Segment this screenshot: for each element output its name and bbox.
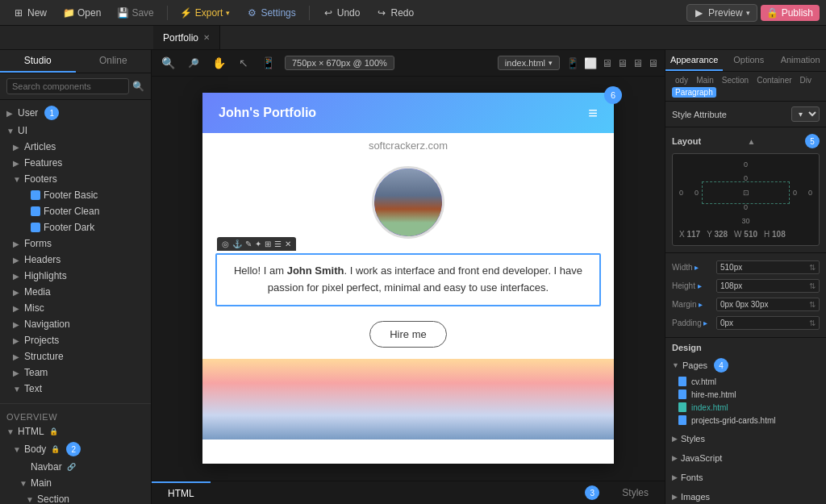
- zoom-out-icon[interactable]: 🔎: [185, 56, 202, 70]
- arrow-icon: ▶: [6, 109, 15, 118]
- select-icon[interactable]: ↖: [236, 55, 252, 71]
- selected-paragraph-box[interactable]: ◎ ⚓ ✎ ✦ ⊞ ☰ ✕ Hello! I am John Smith. I …: [215, 253, 601, 306]
- height-value[interactable]: 108px ⇅: [716, 279, 820, 293]
- file-projects[interactable]: projects-grid-cards.html: [672, 414, 820, 427]
- bc-body[interactable]: ody: [672, 75, 691, 85]
- search-box: 🔍: [0, 73, 151, 100]
- tab-close-icon[interactable]: ✕: [203, 33, 210, 42]
- desktop-lg-icon[interactable]: 🖥: [632, 57, 643, 69]
- hire-me-button[interactable]: Hire me: [369, 321, 447, 348]
- tree-item-footer-dark[interactable]: Footer Dark: [0, 219, 151, 235]
- search-input[interactable]: [6, 78, 129, 94]
- new-icon: ⊞: [13, 7, 24, 19]
- width-value[interactable]: 510px ⇅: [716, 260, 820, 274]
- redo-button[interactable]: ↪ Redo: [369, 5, 420, 21]
- tablet-icon[interactable]: ⬜: [584, 57, 597, 69]
- main-layout: Studio Online 🔍 ▶ User 1 ▼ UI ▶: [0, 50, 826, 504]
- tool-menu[interactable]: ☰: [274, 240, 282, 248]
- right-tab-options[interactable]: Options: [723, 50, 774, 71]
- settings-button[interactable]: ⚙ Settings: [240, 5, 302, 21]
- portfolio-navbar: John's Portfolio ≡: [202, 93, 614, 133]
- file-display[interactable]: index.html ▾: [498, 56, 560, 70]
- images-group-header[interactable]: ▶ Images: [672, 489, 820, 504]
- tree-item-forms[interactable]: ▶ Forms: [0, 235, 151, 252]
- pan-icon[interactable]: ✋: [209, 55, 229, 71]
- export-button[interactable]: ⚡ Export ▾: [174, 5, 237, 21]
- file-hire-me[interactable]: hire-me.html: [672, 388, 820, 401]
- bc-container[interactable]: Container: [753, 75, 795, 85]
- right-tab-animation[interactable]: Animation: [774, 50, 826, 71]
- tab-portfolio[interactable]: Portfolio ✕: [153, 26, 220, 49]
- bc-section[interactable]: Section: [719, 75, 752, 85]
- javascript-group-header[interactable]: ▶ JavaScript: [672, 451, 820, 465]
- tree-item-footers[interactable]: ▼ Footers: [0, 171, 151, 187]
- undo-button[interactable]: ↩ Undo: [316, 5, 367, 21]
- desktop-md-icon[interactable]: 🖥: [617, 57, 628, 69]
- bc-paragraph[interactable]: Paragraph: [672, 87, 716, 98]
- fonts-group-header[interactable]: ▶ Fonts: [672, 470, 820, 485]
- tree-item-misc[interactable]: ▶ Misc: [0, 300, 151, 316]
- tree-item-footer-clean[interactable]: Footer Clean: [0, 203, 151, 219]
- dom-section[interactable]: ▼ Section: [0, 491, 151, 504]
- tree-item-highlights[interactable]: ▶ Highlights: [0, 268, 151, 284]
- js-arrow: ▶: [672, 454, 678, 462]
- tool-anchor[interactable]: ⚓: [232, 240, 242, 248]
- sidebar-tab-studio[interactable]: Studio: [0, 50, 76, 73]
- tree-item-ui[interactable]: ▼ UI: [0, 123, 151, 139]
- tree-item-projects[interactable]: ▶ Projects: [0, 332, 151, 348]
- file-cv[interactable]: cv.html: [672, 375, 820, 388]
- bottom-tab-styles[interactable]: Styles: [606, 482, 665, 503]
- tree-item-navigation[interactable]: ▶ Navigation: [0, 316, 151, 332]
- bc-div[interactable]: Div: [797, 75, 815, 85]
- preview-button[interactable]: ▶ Preview ▾: [686, 4, 757, 22]
- canvas-area: 🔍 🔎 ✋ ↖ 📱 750px × 670px @ 100% index.htm…: [152, 50, 665, 504]
- padding-value[interactable]: 0px ⇅: [716, 316, 820, 330]
- save-button[interactable]: 💾 Save: [111, 5, 160, 21]
- tool-style[interactable]: ✦: [255, 240, 261, 248]
- right-tab-appearance[interactable]: Appearance: [665, 50, 723, 71]
- gear-icon: ⚙: [246, 7, 257, 19]
- tree-item-text[interactable]: ▼ Text: [0, 381, 151, 397]
- tree-item-structure[interactable]: ▶ Structure: [0, 348, 151, 364]
- device-icon[interactable]: 📱: [258, 55, 278, 71]
- tool-delete[interactable]: ✕: [285, 240, 291, 248]
- open-button[interactable]: 📁 Open: [56, 5, 107, 21]
- pages-group-header[interactable]: ▼ Pages 4: [672, 356, 820, 375]
- mobile-icon[interactable]: 📱: [566, 57, 579, 69]
- arrow-icon-ui: ▼: [6, 127, 15, 135]
- margin-value[interactable]: 0px 0px 30px ⇅: [716, 298, 820, 311]
- tool-grid[interactable]: ⊞: [265, 240, 271, 248]
- tree-item-articles[interactable]: ▶ Articles: [0, 139, 151, 155]
- new-button[interactable]: ⊞ New: [6, 5, 53, 21]
- resolution-display[interactable]: 750px × 670px @ 100%: [285, 56, 394, 70]
- dom-navbar[interactable]: Navbar 🔗: [0, 459, 151, 475]
- tool-select[interactable]: ◎: [222, 240, 229, 248]
- file-index[interactable]: index.html: [672, 401, 820, 414]
- bottom-tab-html[interactable]: HTML: [152, 481, 211, 504]
- tree-item-features[interactable]: ▶ Features: [0, 155, 151, 171]
- style-attribute-dropdown[interactable]: ▾: [791, 106, 820, 122]
- sidebar-tab-online[interactable]: Online: [76, 50, 152, 73]
- dom-body[interactable]: ▼ Body 🔒 2: [0, 439, 151, 459]
- save-icon: 💾: [117, 7, 128, 19]
- tree-item-team[interactable]: ▶ Team: [0, 364, 151, 381]
- bc-main[interactable]: Main: [693, 75, 717, 85]
- dom-html[interactable]: ▼ HTML 🔒: [0, 423, 151, 439]
- file-icon-cv: [678, 377, 686, 386]
- tree-item-headers[interactable]: ▶ Headers: [0, 252, 151, 268]
- hamburger-menu-icon[interactable]: ≡: [588, 104, 598, 123]
- tree-item-user[interactable]: ▶ User 1: [0, 103, 151, 123]
- desktop-xl-icon[interactable]: 🖥: [648, 57, 658, 69]
- publish-button[interactable]: 🔒 Publish: [761, 5, 820, 21]
- canvas-frame: John's Portfolio ≡ softcrackerz.com 6 ◎: [202, 93, 614, 464]
- zoom-in-icon[interactable]: 🔍: [158, 55, 178, 71]
- tree-item-media[interactable]: ▶ Media: [0, 284, 151, 300]
- canvas-scroll[interactable]: John's Portfolio ≡ softcrackerz.com 6 ◎: [152, 77, 665, 481]
- layout-collapse-icon[interactable]: ▲: [748, 137, 756, 146]
- arrow-icon-articles: ▶: [13, 143, 21, 152]
- tree-item-footer-basic[interactable]: Footer Basic: [0, 187, 151, 203]
- dom-main[interactable]: ▼ Main: [0, 475, 151, 491]
- desktop-sm-icon[interactable]: 🖥: [602, 57, 612, 69]
- styles-group-header[interactable]: ▶ Styles: [672, 431, 820, 446]
- tool-edit[interactable]: ✎: [245, 240, 252, 248]
